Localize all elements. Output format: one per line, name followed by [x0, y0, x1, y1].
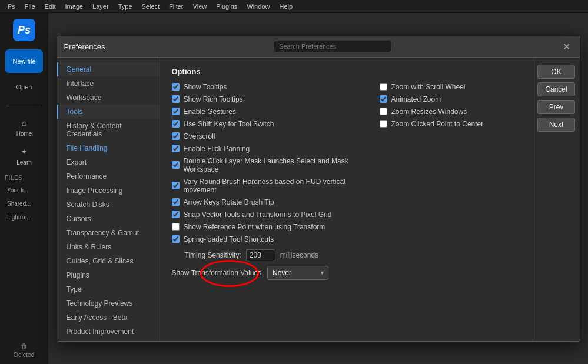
- nav-item-history[interactable]: History & Content Credentials: [57, 119, 160, 141]
- chk-double-click-input[interactable]: [172, 161, 180, 169]
- nav-item-product-improvement[interactable]: Product Improvement: [57, 325, 160, 339]
- sidebar-deleted[interactable]: 🗑 Deleted: [14, 342, 34, 358]
- transform-row: Show Transformation Values Never Always …: [172, 266, 356, 280]
- sidebar-your-files[interactable]: Your fi...: [4, 185, 45, 196]
- nav-item-workspace[interactable]: Workspace: [57, 91, 160, 105]
- chk-rich-tooltips-input[interactable]: [172, 95, 180, 103]
- deleted-label: Deleted: [14, 352, 34, 358]
- chk-flick-input[interactable]: [172, 145, 180, 152]
- chk-shift-key-input[interactable]: [172, 120, 180, 128]
- chk-overscroll-label[interactable]: Overscroll: [184, 132, 215, 141]
- menu-help[interactable]: Help: [275, 2, 297, 11]
- dialog-overlay: Preferences ✕ General Interface Workspac…: [48, 13, 588, 364]
- nav-item-type[interactable]: Type: [57, 282, 160, 296]
- chk-reference-point: Show Reference Point when using Transfor…: [172, 223, 356, 231]
- chk-hud: Vary Round Brush Hardness based on HUD v…: [172, 178, 356, 194]
- nav-item-image-processing[interactable]: Image Processing: [57, 183, 160, 198]
- nav-item-tools[interactable]: Tools: [57, 105, 160, 119]
- chk-arrow-keys-label[interactable]: Arrow Keys Rotate Brush Tip: [184, 198, 274, 206]
- timing-input[interactable]: 200: [246, 249, 275, 261]
- nav-item-tech-previews[interactable]: Technology Previews: [57, 296, 160, 310]
- chk-scroll-wheel-input[interactable]: [380, 83, 387, 91]
- chk-gestures-label[interactable]: Enable Gestures: [184, 108, 236, 116]
- home-icon: ⌂: [18, 116, 31, 129]
- timing-unit: milliseconds: [280, 251, 318, 259]
- nav-item-performance[interactable]: Performance: [57, 169, 160, 183]
- chk-zoom-point-label[interactable]: Zoom Clicked Point to Center: [391, 120, 484, 128]
- chk-show-tooltips-input[interactable]: [172, 83, 180, 91]
- search-input[interactable]: [274, 41, 391, 52]
- learn-label: Learn: [16, 159, 32, 166]
- left-col: Show Tooltips Show Rich Tooltips Enable …: [172, 83, 356, 280]
- nav-item-cursors[interactable]: Cursors: [57, 212, 160, 226]
- ok-button[interactable]: OK: [537, 65, 575, 79]
- dialog-body: General Interface Workspace Tools Histor…: [57, 58, 580, 341]
- sidebar-shared[interactable]: Shared...: [4, 198, 45, 209]
- chk-spring-loaded-label[interactable]: Spring-loaded Tool Shortcuts: [184, 235, 274, 243]
- menu-window[interactable]: Window: [242, 2, 274, 11]
- chk-scroll-wheel: Zoom with Scroll Wheel: [380, 83, 521, 91]
- app-body: Ps New file Open ⌂ Home ✦ Learn FILES Yo…: [0, 13, 588, 364]
- chk-zoom-resize-input[interactable]: [380, 108, 387, 115]
- chk-snap-vector-input[interactable]: [172, 211, 180, 218]
- chk-arrow-keys-input[interactable]: [172, 198, 180, 206]
- prev-button[interactable]: Prev: [537, 100, 575, 114]
- chk-zoom-resize: Zoom Resizes Windows: [380, 108, 521, 116]
- chk-shift-key-label[interactable]: Use Shift Key for Tool Switch: [184, 120, 274, 128]
- chk-double-click-label[interactable]: Double Click Layer Mask Launches Select …: [184, 157, 356, 173]
- cancel-button[interactable]: Cancel: [537, 82, 575, 96]
- menu-view[interactable]: View: [189, 2, 211, 11]
- chk-double-click: Double Click Layer Mask Launches Select …: [172, 157, 356, 173]
- menu-ps[interactable]: Ps: [4, 2, 19, 11]
- dialog-close-button[interactable]: ✕: [560, 40, 573, 54]
- chk-hud-input[interactable]: [172, 182, 180, 189]
- chk-show-tooltips-label[interactable]: Show Tooltips: [184, 83, 227, 91]
- chk-rich-tooltips-label[interactable]: Show Rich Tooltips: [184, 95, 243, 103]
- transform-select[interactable]: Never Always Top Left Bottom Right: [267, 266, 328, 280]
- chk-animated-zoom-label[interactable]: Animated Zoom: [391, 95, 441, 103]
- chk-zoom-point-input[interactable]: [380, 120, 387, 128]
- nav-item-early-access[interactable]: Early Access - Beta: [57, 310, 160, 325]
- chk-flick: Enable Flick Panning: [172, 145, 356, 153]
- pref-content: Options Show Tooltips Show Rich: [160, 58, 533, 341]
- chk-spring-loaded-input[interactable]: [172, 235, 180, 243]
- chk-gestures: Enable Gestures: [172, 108, 356, 116]
- nav-item-plugins[interactable]: Plugins: [57, 268, 160, 282]
- chk-snap-vector: Snap Vector Tools and Transforms to Pixe…: [172, 211, 356, 219]
- nav-item-export[interactable]: Export: [57, 155, 160, 169]
- menu-file[interactable]: File: [21, 2, 39, 11]
- menu-filter[interactable]: Filter: [165, 2, 187, 11]
- chk-gestures-input[interactable]: [172, 108, 180, 115]
- chk-snap-vector-label[interactable]: Snap Vector Tools and Transforms to Pixe…: [184, 211, 332, 219]
- chk-hud-label[interactable]: Vary Round Brush Hardness based on HUD v…: [184, 178, 356, 194]
- new-file-button[interactable]: New file: [5, 49, 43, 73]
- nav-item-general[interactable]: General: [57, 62, 160, 76]
- nav-item-guides[interactable]: Guides, Grid & Slices: [57, 254, 160, 268]
- menu-edit[interactable]: Edit: [41, 2, 60, 11]
- chk-reference-point-input[interactable]: [172, 223, 180, 231]
- sidebar-item-learn[interactable]: ✦ Learn: [4, 142, 45, 169]
- menu-type[interactable]: Type: [114, 2, 137, 11]
- menu-select[interactable]: Select: [138, 2, 164, 11]
- chk-zoom-resize-label[interactable]: Zoom Resizes Windows: [391, 108, 467, 116]
- chk-flick-label[interactable]: Enable Flick Panning: [184, 145, 250, 153]
- nav-item-interface[interactable]: Interface: [57, 76, 160, 91]
- menu-image[interactable]: Image: [61, 2, 88, 11]
- pref-columns: Show Tooltips Show Rich Tooltips Enable …: [172, 83, 521, 280]
- chk-overscroll-input[interactable]: [172, 132, 180, 140]
- chk-scroll-wheel-label[interactable]: Zoom with Scroll Wheel: [391, 83, 466, 91]
- chk-reference-point-label[interactable]: Show Reference Point when using Transfor…: [184, 223, 325, 231]
- open-button[interactable]: Open: [5, 75, 43, 99]
- menu-layer[interactable]: Layer: [88, 2, 113, 11]
- chk-spring-loaded: Spring-loaded Tool Shortcuts: [172, 235, 356, 243]
- nav-item-units[interactable]: Units & Rulers: [57, 240, 160, 254]
- nav-item-scratch-disks[interactable]: Scratch Disks: [57, 198, 160, 212]
- menu-plugins[interactable]: Plugins: [212, 2, 241, 11]
- sidebar-item-home[interactable]: ⌂ Home: [4, 113, 45, 140]
- sidebar-lightroom[interactable]: Lightro...: [4, 212, 45, 223]
- next-button[interactable]: Next: [537, 118, 575, 132]
- nav-item-transparency[interactable]: Transparency & Gamut: [57, 226, 160, 240]
- nav-item-file-handling[interactable]: File Handling: [57, 141, 160, 155]
- chk-animated-zoom-input[interactable]: [380, 95, 387, 103]
- right-col: Zoom with Scroll Wheel Animated Zoom Zoo…: [380, 83, 521, 280]
